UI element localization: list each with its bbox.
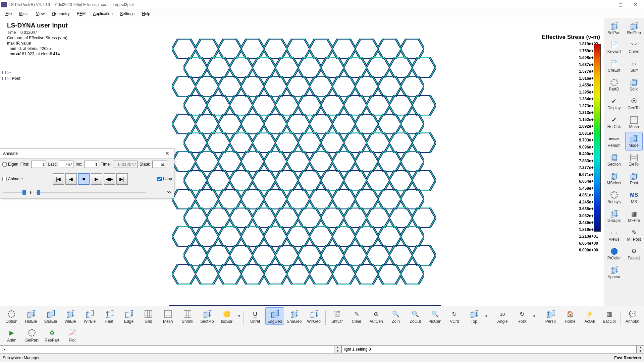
- menu-fem[interactable]: FEM: [74, 10, 89, 17]
- toolbar-dropdown[interactable]: ▾: [532, 307, 537, 325]
- tool-creent[interactable]: 📄CreEnt: [605, 57, 623, 75]
- play-button[interactable]: ▶: [91, 173, 102, 185]
- command-history-spinner[interactable]: ▲▼: [334, 345, 341, 353]
- minimize-button[interactable]: —: [598, 0, 613, 9]
- btn-shrink[interactable]: Shrink: [178, 307, 197, 325]
- toolbar-dropdown[interactable]: ▾: [484, 307, 489, 325]
- tool-views[interactable]: ▭Views: [605, 226, 623, 244]
- btn-hidele[interactable]: HidEle: [21, 307, 40, 325]
- tool-solid[interactable]: Solid: [625, 76, 643, 94]
- tool-curve[interactable]: 〰Curve: [625, 38, 643, 57]
- btn-zoout[interactable]: 🔍ZoOut: [406, 307, 425, 325]
- frame-slider[interactable]: [36, 192, 146, 193]
- tool-mesh[interactable]: Mesh: [625, 113, 643, 132]
- tool-renum[interactable]: RenumRenum: [605, 132, 623, 150]
- menu-settings[interactable]: Settings: [117, 10, 138, 17]
- btn-baccol[interactable]: ▦BacCol: [600, 307, 619, 325]
- btn-wirele[interactable]: WirEle: [80, 307, 99, 325]
- tool-appear[interactable]: Appear: [605, 263, 623, 282]
- menu-geometry[interactable]: Geometry: [49, 10, 73, 17]
- btn-option[interactable]: Option: [2, 307, 21, 325]
- inc-input[interactable]: [84, 161, 99, 168]
- tree-expand-icon[interactable]: [2, 71, 6, 74]
- tool-groups[interactable]: Groups: [605, 207, 623, 226]
- btn-edge[interactable]: Edge: [119, 307, 138, 325]
- tool-mselect[interactable]: MSelect: [605, 170, 623, 188]
- tool-refchk[interactable]: ✔RefChk: [605, 113, 623, 132]
- prev-frame-button[interactable]: ◀: [65, 173, 77, 185]
- menu-help[interactable]: Help: [139, 10, 154, 17]
- btn-clear[interactable]: ✎Clear: [347, 307, 366, 325]
- command-input[interactable]: [0, 345, 334, 353]
- tool-partd[interactable]: PartD: [605, 76, 623, 94]
- tool-surf[interactable]: ▱Surf: [625, 57, 643, 75]
- tool-post[interactable]: Post: [625, 170, 643, 188]
- tool-selpart[interactable]: SelPart: [605, 19, 623, 38]
- menu-application[interactable]: Application: [90, 10, 116, 17]
- btn-unref[interactable]: U̲Unref: [246, 307, 264, 325]
- btn-isosur[interactable]: 🟡IsoSur: [217, 307, 236, 325]
- btn-shfctr[interactable]: ShftCtrlShfCtr: [328, 307, 346, 325]
- tool-display[interactable]: ✔Display: [605, 95, 623, 113]
- btn-wirgeo[interactable]: WirGeo: [304, 307, 323, 325]
- btn-home[interactable]: 🏠Home: [560, 307, 579, 325]
- loop-checkbox[interactable]: [157, 177, 162, 181]
- message-spinner[interactable]: ▲▼: [637, 345, 644, 353]
- btn-autcen[interactable]: ⊕AutCen: [367, 307, 385, 325]
- tree-post-label[interactable]: Post: [12, 76, 20, 81]
- btn-shageo[interactable]: ShaGeo: [285, 307, 304, 325]
- btn-vcrd[interactable]: ↻VCrd: [445, 307, 464, 325]
- btn-edggeo[interactable]: EdgGeo: [265, 307, 284, 325]
- tool-geotol[interactable]: ⦿GeoTol: [625, 95, 643, 113]
- tool-eletol[interactable]: EleTol: [625, 151, 643, 169]
- btn-annotat[interactable]: 💬Annotat: [623, 307, 642, 325]
- tree-expand-icon[interactable]: [2, 77, 6, 80]
- btn-plot[interactable]: 📈Plot: [62, 326, 82, 344]
- btn-zoin[interactable]: 🔍ZoIn: [386, 307, 405, 325]
- tree-check-icon[interactable]: [7, 77, 10, 80]
- menu-misc[interactable]: Misc.: [16, 10, 32, 17]
- animate-expand-button[interactable]: >>: [167, 190, 171, 195]
- speed-slider[interactable]: [3, 192, 26, 193]
- btn-mesh[interactable]: Mesh: [159, 307, 177, 325]
- animate-close-button[interactable]: ✕: [163, 150, 171, 157]
- menu-view[interactable]: View: [33, 10, 48, 17]
- step-button[interactable]: ◀▶: [104, 173, 115, 185]
- last-frame-button[interactable]: ▶|: [116, 173, 128, 185]
- animate-checkbox[interactable]: [2, 177, 7, 181]
- btn-feat[interactable]: Feat: [100, 307, 119, 325]
- state-input[interactable]: [152, 161, 167, 168]
- first-frame-button[interactable]: |◀: [53, 173, 64, 185]
- tool-subsys[interactable]: Subsys: [605, 188, 623, 207]
- btn-anim[interactable]: ▶Anim: [2, 326, 21, 344]
- tool-model[interactable]: Model: [625, 132, 643, 150]
- close-button[interactable]: ✕: [628, 0, 643, 9]
- tool-section[interactable]: Section: [605, 151, 623, 169]
- tool-refgeo[interactable]: RefGeo: [625, 19, 643, 38]
- eigen-checkbox[interactable]: [2, 162, 7, 167]
- btn-shaele[interactable]: ShaEle: [41, 307, 60, 325]
- menu-file[interactable]: File: [2, 10, 15, 17]
- btn-actall[interactable]: ⚡ActAll: [580, 307, 599, 325]
- maximize-button[interactable]: ▢: [613, 0, 628, 9]
- btn-vieele[interactable]: VieEle: [61, 307, 79, 325]
- btn-top[interactable]: Top: [465, 307, 483, 325]
- btn-piccen[interactable]: 🔍PicCen: [425, 307, 444, 325]
- tool-ms[interactable]: MSMS: [625, 188, 643, 207]
- tool-mfpre[interactable]: ▦MFPre: [625, 207, 643, 226]
- tool-keywrd[interactable]: 📄Keywrd: [605, 38, 623, 57]
- tool-mfpost[interactable]: ✎MFPost: [625, 226, 643, 244]
- first-input[interactable]: [31, 161, 46, 168]
- btn-persp[interactable]: Persp: [541, 307, 560, 325]
- btn-grid[interactable]: Grid: [139, 307, 158, 325]
- btn-respart[interactable]: ♻ResPart: [42, 326, 62, 344]
- btn-sectmo[interactable]: SectMo: [198, 307, 216, 325]
- last-input[interactable]: [59, 161, 73, 168]
- btn-rotx[interactable]: ↻RotX: [513, 307, 531, 325]
- tool-ptcolor[interactable]: 🔵PtColor: [605, 245, 623, 263]
- stop-button[interactable]: ■: [78, 173, 90, 185]
- toolbar-dropdown[interactable]: ▾: [237, 307, 241, 325]
- btn-angle[interactable]: 10Angle: [493, 307, 512, 325]
- tool-favor1[interactable]: ⚙Favor1: [625, 245, 643, 263]
- btn-selpart[interactable]: SelPart: [22, 326, 42, 344]
